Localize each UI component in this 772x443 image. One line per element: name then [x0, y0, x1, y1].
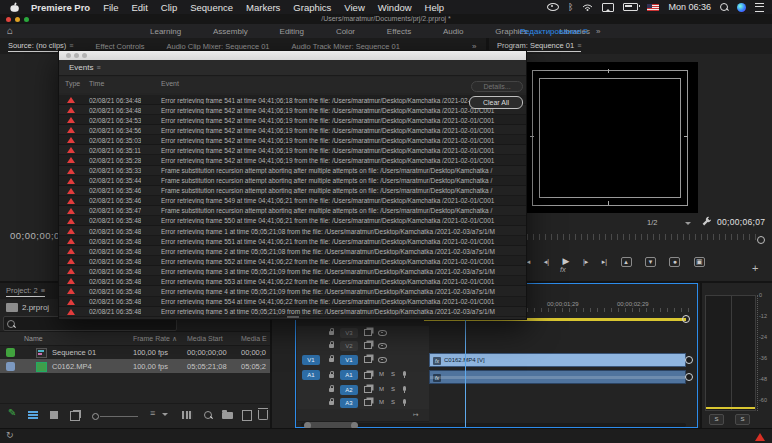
window-resize-grip[interactable]: [287, 316, 299, 318]
display-mirroring-icon[interactable]: [602, 3, 614, 12]
step-forward-button[interactable]: |▸: [583, 258, 588, 266]
workspace-tab[interactable]: Audio: [443, 27, 463, 36]
lock-icon[interactable]: [329, 331, 334, 335]
mute-button[interactable]: M: [379, 386, 384, 392]
apple-icon[interactable]: [10, 2, 19, 13]
toggle-track-output-eye-icon[interactable]: [378, 343, 387, 350]
column-media-start[interactable]: Media Start: [187, 335, 223, 342]
toggle-track-output-eye-icon[interactable]: [378, 357, 387, 364]
program-video-area[interactable]: [525, 62, 698, 213]
event-row[interactable]: 02/08/21 06:35:48 Error retrieving frame…: [59, 286, 526, 296]
event-row[interactable]: 02/08/21 06:34:48 Error retrieving frame…: [59, 105, 526, 115]
event-row[interactable]: 02/08/21 06:35:47 Frame substitution rec…: [59, 206, 526, 216]
panel-menu-icon[interactable]: ≡: [577, 42, 581, 49]
lock-icon[interactable]: [329, 358, 334, 362]
project-row-clip-selected[interactable]: C0162.MP4 100,00 fps 05;05;21;08 05;05;2: [0, 359, 270, 373]
mute-button[interactable]: M: [379, 399, 384, 405]
menu-item[interactable]: Clip: [161, 2, 177, 13]
column-name[interactable]: Name: [24, 335, 43, 342]
clip-right-handle[interactable]: [685, 373, 693, 381]
workspace-menu-icon[interactable]: ≡: [583, 27, 588, 36]
item-name[interactable]: Sequence 01: [52, 348, 96, 357]
audio-meter[interactable]: [705, 295, 756, 411]
bluetooth-icon[interactable]: ᛒ: [568, 2, 573, 12]
event-row[interactable]: 02/08/21 06:35:11 Error retrieving frame…: [59, 145, 526, 155]
event-row[interactable]: 02/08/21 06:35:44 Frame substitution rec…: [59, 176, 526, 186]
voiceover-mic-icon[interactable]: [403, 399, 406, 404]
sync-lock-icon[interactable]: [364, 386, 372, 393]
track-target-v1[interactable]: V1: [340, 355, 358, 365]
workspace-tab-active[interactable]: Редактирование ≡: [520, 27, 588, 36]
track-target-a2[interactable]: A2: [340, 385, 358, 395]
event-row[interactable]: 02/08/21 06:35:48 Error retrieving frame…: [59, 216, 526, 226]
workspace-tab[interactable]: Assembly: [213, 27, 248, 36]
spotlight-search-icon[interactable]: [720, 3, 728, 11]
event-row[interactable]: 02/08/21 06:35:48 Error retrieving frame…: [59, 276, 526, 286]
notification-center-icon[interactable]: [755, 3, 764, 12]
panel-menu-icon[interactable]: ≡: [41, 286, 45, 295]
track-target-a1[interactable]: A1: [340, 370, 358, 380]
audio-clip[interactable]: fx: [429, 370, 686, 384]
eye-icon[interactable]: [547, 3, 559, 11]
sync-lock-icon[interactable]: [364, 329, 372, 336]
track-target-v3[interactable]: V3: [340, 328, 358, 338]
track-target-a3[interactable]: A3: [340, 398, 358, 408]
menu-item[interactable]: Window: [378, 2, 412, 13]
extract-button[interactable]: ▾: [645, 257, 656, 267]
automate-to-sequence-icon[interactable]: [182, 411, 193, 419]
minimize-window-button[interactable]: [74, 53, 79, 58]
clear-all-button[interactable]: Clear All: [469, 96, 523, 109]
event-row[interactable]: 02/08/21 06:35:48 Error retrieving frame…: [59, 226, 526, 236]
lock-icon[interactable]: [329, 401, 334, 405]
item-name[interactable]: C0162.MP4: [52, 362, 92, 371]
go-to-out-button[interactable]: ▸|: [602, 258, 607, 266]
input-language-flag-icon[interactable]: [647, 4, 659, 11]
solo-left-button[interactable]: S: [709, 414, 724, 425]
event-row[interactable]: 02/08/21 06:34:56 Error retrieving frame…: [59, 125, 526, 135]
wifi-icon[interactable]: [582, 3, 593, 11]
scrub-handle[interactable]: [757, 236, 765, 244]
panel-menu-icon[interactable]: ≡: [69, 42, 73, 49]
icon-view-button[interactable]: [50, 411, 58, 419]
voiceover-mic-icon[interactable]: [403, 371, 406, 376]
fx-label[interactable]: fx: [560, 265, 566, 274]
freeform-view-button[interactable]: [70, 411, 80, 421]
clip-right-handle[interactable]: [685, 356, 693, 364]
list-view-button[interactable]: [28, 411, 38, 419]
program-timecode[interactable]: 00;00;06;07: [717, 217, 765, 227]
event-row[interactable]: 02/08/21 06:35:48 Error retrieving frame…: [59, 256, 526, 266]
menubar-clock[interactable]: Mon 06:36: [668, 2, 711, 12]
workspace-overflow-chevron[interactable]: »: [596, 27, 600, 36]
menu-item[interactable]: Edit: [131, 2, 147, 13]
zoom-slider-handle[interactable]: [92, 413, 99, 420]
project-row-sequence[interactable]: Sequence 01 100,00 fps 00;00;00;00 00;00…: [0, 345, 270, 359]
home-icon[interactable]: ⌂: [7, 25, 13, 36]
solo-button[interactable]: S: [391, 371, 395, 377]
zoom-slider-track[interactable]: [100, 416, 138, 417]
event-row[interactable]: 02/08/21 06:35:46 Error retrieving frame…: [59, 196, 526, 206]
solo-right-button[interactable]: S: [735, 414, 750, 425]
event-row[interactable]: 02/08/21 06:35:33 Frame substitution rec…: [59, 166, 526, 176]
label-color-chip[interactable]: [6, 362, 15, 371]
menu-item[interactable]: File: [103, 2, 118, 13]
timeline-hscrollbar-track[interactable]: [301, 423, 686, 427]
step-back-button[interactable]: ◂|: [544, 258, 549, 266]
events-titlebar[interactable]: [59, 51, 526, 60]
menu-app-name[interactable]: Premiere Pro: [31, 2, 90, 13]
comparison-view-button[interactable]: ▣: [694, 257, 705, 267]
close-window-button[interactable]: [66, 53, 71, 58]
event-row[interactable]: 02/08/21 06:35:46 Frame substitution rec…: [59, 186, 526, 196]
export-frame-button[interactable]: ●: [669, 257, 680, 267]
workspace-tab[interactable]: Editing: [280, 27, 304, 36]
settings-wrench-icon[interactable]: [701, 216, 712, 227]
event-row[interactable]: 02/08/21 06:35:48 Error retrieving frame…: [59, 266, 526, 276]
event-row[interactable]: 02/08/21 06:35:48 Error retrieving frame…: [59, 297, 526, 307]
label-color-chip[interactable]: [6, 348, 15, 357]
event-row[interactable]: 02/08/21 06:35:28 Error retrieving frame…: [59, 155, 526, 165]
sync-lock-icon[interactable]: [364, 372, 372, 379]
details-button[interactable]: Details...: [471, 81, 523, 92]
menu-item[interactable]: Markers: [246, 2, 280, 13]
lock-icon[interactable]: [329, 374, 334, 378]
column-event[interactable]: Event: [161, 80, 179, 87]
project-writable-icon[interactable]: ✎: [8, 407, 16, 418]
